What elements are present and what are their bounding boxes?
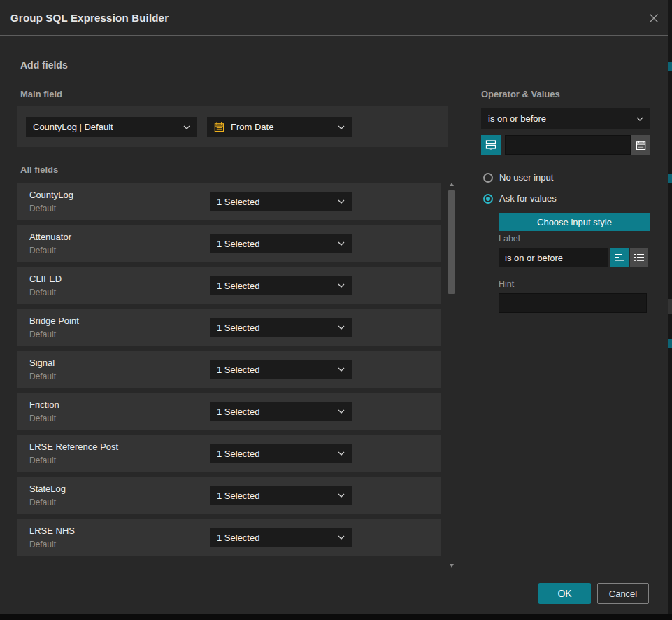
field-row: Bridge Point Default 1 Selected bbox=[17, 309, 441, 346]
field-row: CountyLog Default 1 Selected bbox=[17, 183, 441, 220]
main-layer-select[interactable]: CountyLog | Default bbox=[26, 117, 197, 137]
selected-count: 1 Selected bbox=[217, 239, 259, 249]
chevron-down-icon bbox=[338, 241, 345, 246]
label-field-label: Label bbox=[499, 234, 520, 244]
field-selected-dropdown[interactable]: 1 Selected bbox=[210, 276, 352, 295]
field-layer: Default bbox=[29, 288, 56, 297]
field-selected-dropdown[interactable]: 1 Selected bbox=[210, 486, 352, 505]
chevron-down-icon bbox=[338, 199, 345, 204]
selected-count: 1 Selected bbox=[217, 407, 259, 417]
field-layer: Default bbox=[29, 456, 56, 465]
field-layer: Default bbox=[29, 498, 56, 507]
selected-count: 1 Selected bbox=[217, 323, 259, 333]
selected-count: 1 Selected bbox=[217, 197, 259, 207]
dialog-header: Group SQL Expression Builder bbox=[0, 0, 668, 36]
field-row: LRSE NHS Default 1 Selected bbox=[17, 519, 441, 556]
label-style-text-button[interactable] bbox=[610, 248, 629, 267]
scroll-down-arrow-icon[interactable] bbox=[450, 564, 454, 568]
label-input[interactable] bbox=[499, 248, 608, 267]
field-name: Friction bbox=[29, 400, 59, 410]
field-row: StateLog Default 1 Selected bbox=[17, 477, 441, 514]
cancel-button[interactable]: Cancel bbox=[597, 583, 649, 604]
main-field-select[interactable]: From Date bbox=[207, 117, 352, 137]
close-button[interactable] bbox=[648, 12, 660, 24]
selected-count: 1 Selected bbox=[217, 281, 259, 291]
main-field-label: Main field bbox=[20, 89, 62, 99]
selected-count: 1 Selected bbox=[217, 533, 259, 543]
value-mode-button[interactable] bbox=[481, 135, 501, 155]
radio-no-user-input[interactable]: No user input bbox=[483, 172, 553, 183]
field-layer: Default bbox=[29, 204, 56, 213]
chevron-down-icon bbox=[338, 451, 345, 456]
field-layer: Default bbox=[29, 330, 56, 339]
field-name: Bridge Point bbox=[29, 316, 79, 326]
edge-accent-fragment bbox=[668, 339, 672, 348]
choose-input-style-button[interactable]: Choose input style bbox=[499, 213, 650, 231]
operator-select-value: is on or before bbox=[488, 113, 546, 124]
operator-values-heading: Operator & Values bbox=[481, 89, 560, 99]
chevron-down-icon bbox=[338, 283, 345, 288]
chevron-down-icon bbox=[338, 493, 345, 498]
underlying-app-bottom bbox=[0, 614, 672, 620]
field-layer: Default bbox=[29, 414, 56, 423]
edge-gray-fragment bbox=[668, 299, 672, 314]
hint-input[interactable] bbox=[499, 293, 647, 313]
chevron-down-icon bbox=[338, 325, 345, 330]
date-value-input[interactable] bbox=[505, 135, 631, 155]
field-selected-dropdown[interactable]: 1 Selected bbox=[210, 360, 352, 379]
selected-count: 1 Selected bbox=[217, 491, 259, 501]
field-name: LRSE NHS bbox=[29, 526, 75, 536]
ok-button[interactable]: OK bbox=[538, 583, 591, 604]
scrollbar-thumb[interactable] bbox=[448, 190, 455, 294]
field-layer: Default bbox=[29, 372, 56, 381]
chevron-down-icon bbox=[636, 117, 643, 121]
field-selected-dropdown[interactable]: 1 Selected bbox=[210, 444, 352, 463]
fields-list-scrollbar[interactable] bbox=[448, 181, 455, 570]
chevron-down-icon bbox=[338, 367, 345, 372]
field-selected-dropdown[interactable]: 1 Selected bbox=[210, 192, 352, 211]
add-fields-heading: Add fields bbox=[20, 59, 68, 71]
main-layer-select-value: CountyLog | Default bbox=[33, 122, 113, 132]
field-selected-dropdown[interactable]: 1 Selected bbox=[210, 528, 352, 547]
field-layer: Default bbox=[29, 246, 56, 255]
edge-accent-fragment bbox=[668, 62, 672, 71]
all-fields-list: CountyLog Default 1 Selected Attenuator … bbox=[17, 183, 441, 561]
date-picker-button[interactable] bbox=[631, 135, 650, 155]
selected-count: 1 Selected bbox=[217, 365, 259, 375]
field-row: Signal Default 1 Selected bbox=[17, 351, 441, 388]
combobox-icon bbox=[485, 139, 496, 150]
field-selected-dropdown[interactable]: 1 Selected bbox=[210, 234, 352, 253]
field-selected-dropdown[interactable]: 1 Selected bbox=[210, 318, 352, 337]
field-name: CountyLog bbox=[29, 190, 73, 200]
field-layer: Default bbox=[29, 540, 56, 549]
screen: Group SQL Expression Builder Add fields … bbox=[0, 0, 672, 620]
field-selected-dropdown[interactable]: 1 Selected bbox=[210, 402, 352, 421]
radio-ask-for-values[interactable]: Ask for values bbox=[483, 193, 557, 204]
field-name: StateLog bbox=[29, 484, 66, 494]
chevron-down-icon bbox=[183, 125, 190, 129]
field-name: CLIFED bbox=[29, 274, 62, 284]
operator-select[interactable]: is on or before bbox=[481, 108, 650, 129]
label-style-list-button[interactable] bbox=[630, 248, 648, 267]
radio-selected-icon bbox=[483, 194, 493, 204]
all-fields-label: All fields bbox=[20, 164, 58, 175]
calendar-icon bbox=[636, 140, 646, 150]
dialog-title: Group SQL Expression Builder bbox=[10, 12, 169, 24]
field-row: CLIFED Default 1 Selected bbox=[17, 267, 441, 304]
field-row: Friction Default 1 Selected bbox=[17, 393, 441, 430]
chevron-down-icon bbox=[338, 125, 345, 129]
align-left-icon bbox=[615, 253, 624, 262]
hint-field-label: Hint bbox=[499, 279, 514, 289]
chevron-down-icon bbox=[338, 535, 345, 540]
close-icon bbox=[648, 13, 659, 24]
field-name: Signal bbox=[29, 358, 55, 368]
selected-count: 1 Selected bbox=[217, 449, 259, 459]
chevron-down-icon bbox=[338, 409, 345, 414]
field-row: LRSE Reference Post Default 1 Selected bbox=[17, 435, 441, 472]
bulleted-list-icon bbox=[634, 253, 644, 262]
main-field-select-value: From Date bbox=[231, 122, 273, 132]
edge-accent-fragment bbox=[668, 174, 672, 183]
radio-no-user-input-label: No user input bbox=[499, 172, 553, 183]
calendar-icon bbox=[214, 122, 224, 132]
scroll-up-arrow-icon[interactable] bbox=[450, 183, 454, 186]
